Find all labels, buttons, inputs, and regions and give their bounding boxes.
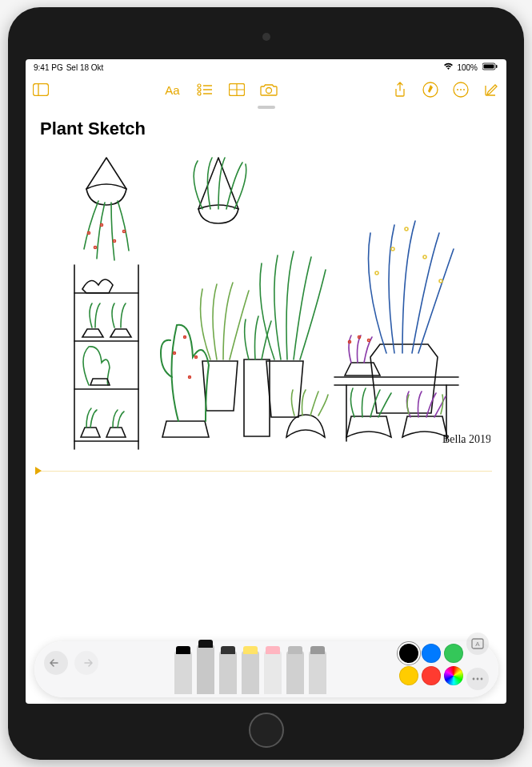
color-yellow[interactable] <box>399 666 418 685</box>
svg-point-9 <box>198 92 201 95</box>
svg-point-18 <box>460 89 462 90</box>
table-icon[interactable] <box>228 81 246 98</box>
svg-point-33 <box>405 227 408 231</box>
note-title[interactable]: Plant Sketch <box>40 118 492 139</box>
redo-button[interactable] <box>74 651 98 675</box>
undo-button[interactable] <box>44 651 68 675</box>
svg-point-39 <box>188 376 190 379</box>
svg-point-29 <box>122 231 125 233</box>
svg-point-37 <box>183 336 186 339</box>
insertion-cursor-line[interactable] <box>40 471 492 472</box>
svg-rect-1 <box>484 65 494 69</box>
battery-percent: 100% <box>457 63 478 72</box>
svg-point-45 <box>358 336 360 339</box>
color-grid <box>399 644 463 685</box>
share-icon[interactable] <box>391 81 409 98</box>
color-red[interactable] <box>422 666 441 685</box>
palette-more-button[interactable] <box>466 668 489 690</box>
tool-highlighter[interactable] <box>242 651 259 694</box>
svg-point-38 <box>194 356 197 359</box>
svg-rect-2 <box>496 65 498 68</box>
svg-point-36 <box>173 352 175 355</box>
front-camera <box>262 33 270 41</box>
ipad-device-frame: 9:41 PG Sel 18 Okt 100% <box>8 7 524 760</box>
tool-ruler[interactable] <box>309 651 326 694</box>
checklist-icon[interactable] <box>196 81 214 98</box>
svg-point-27 <box>94 247 96 249</box>
status-bar: 9:41 PG Sel 18 Okt 100% <box>26 59 506 75</box>
drawing-tool-palette: A <box>34 641 498 697</box>
home-button[interactable] <box>249 713 284 748</box>
color-picker[interactable] <box>444 666 463 685</box>
svg-point-7 <box>198 88 201 91</box>
svg-point-35 <box>439 279 442 283</box>
markup-mode-icon[interactable] <box>422 81 439 98</box>
status-date: Sel 18 Okt <box>66 63 104 72</box>
svg-rect-3 <box>34 84 49 96</box>
svg-point-5 <box>198 84 201 87</box>
svg-point-49 <box>472 678 474 681</box>
svg-point-26 <box>87 232 90 235</box>
more-icon[interactable] <box>452 81 470 98</box>
svg-point-34 <box>423 255 426 259</box>
note-content[interactable]: Plant Sketch <box>26 104 506 704</box>
color-blue[interactable] <box>422 644 441 663</box>
sketch-drawing[interactable]: Bella 2019 <box>40 149 492 461</box>
tool-pen[interactable] <box>174 651 192 694</box>
compose-icon[interactable] <box>482 81 500 98</box>
svg-point-32 <box>391 247 394 251</box>
svg-point-31 <box>375 271 378 275</box>
tool-lasso[interactable] <box>286 651 304 694</box>
textbox-button[interactable]: A <box>466 632 489 655</box>
color-black[interactable] <box>399 644 418 663</box>
tool-marker[interactable] <box>197 645 214 694</box>
svg-point-46 <box>367 339 370 342</box>
svg-point-28 <box>113 240 115 243</box>
svg-point-30 <box>100 224 102 227</box>
wifi-icon <box>442 62 454 72</box>
drag-handle[interactable] <box>258 106 275 109</box>
svg-point-14 <box>266 88 271 94</box>
svg-point-50 <box>476 678 478 681</box>
tool-pencil[interactable] <box>219 651 237 694</box>
svg-point-19 <box>463 89 465 90</box>
sidebar-toggle-icon[interactable] <box>32 81 50 98</box>
status-time: 9:41 PG <box>34 63 63 72</box>
svg-text:A: A <box>475 641 480 648</box>
svg-point-51 <box>480 678 482 681</box>
battery-icon <box>481 62 498 72</box>
screen: 9:41 PG Sel 18 Okt 100% <box>26 59 506 704</box>
camera-icon[interactable] <box>260 81 278 98</box>
sketch-signature: Bella 2019 <box>442 433 490 445</box>
svg-point-17 <box>457 89 458 90</box>
color-green[interactable] <box>444 644 463 663</box>
format-text-icon[interactable]: Aa <box>164 81 182 98</box>
tool-eraser[interactable] <box>264 651 282 694</box>
tool-row <box>102 645 399 694</box>
app-toolbar: Aa <box>26 75 506 104</box>
